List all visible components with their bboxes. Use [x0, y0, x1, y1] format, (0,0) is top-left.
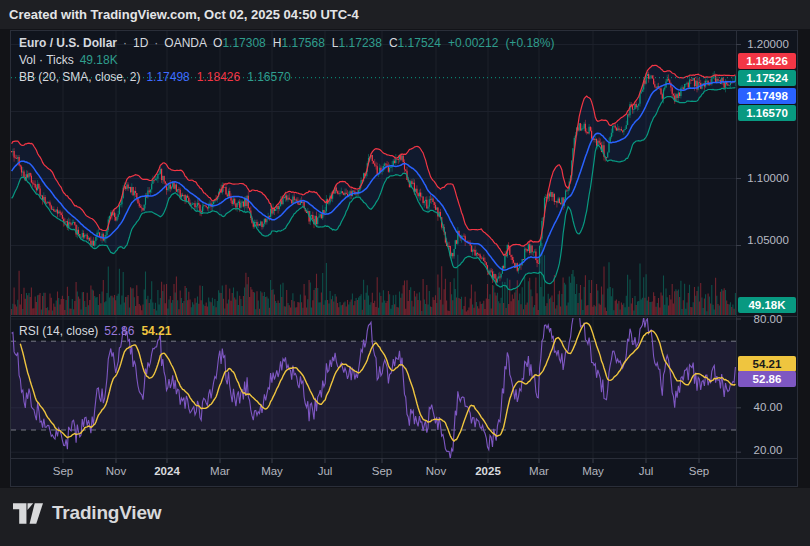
- ohlc-item: (+0.18%): [505, 36, 554, 50]
- time-axis-month-label[interactable]: May: [261, 465, 283, 477]
- ohlc-item: +0.00212: [448, 36, 498, 50]
- rsi-badge: 54.21: [738, 356, 796, 372]
- separator-dot: ·: [154, 36, 158, 50]
- rsi-axis-label: 20.00: [740, 444, 796, 456]
- ohlc-item: C1.17524: [389, 36, 441, 50]
- ohlc-item: L1.17238: [332, 36, 382, 50]
- tradingview-logo-icon: [13, 503, 43, 524]
- price-badge: 1.17498: [738, 88, 796, 104]
- volume-badge: 49.18K: [738, 297, 796, 313]
- volume-value: 49.18K: [80, 53, 118, 67]
- exchange-label: OANDA: [164, 36, 207, 50]
- symbol-title: Euro / U.S. Dollar: [19, 36, 117, 50]
- rsi-axis-label: 40.00: [740, 401, 796, 413]
- rsi-label: RSI (14, close): [19, 324, 98, 338]
- symbol-legend-row: Euro / U.S. Dollar · 1D · OANDA O1.17308…: [19, 34, 554, 51]
- bollinger-values: 1.174981.184261.16570: [146, 70, 290, 84]
- attribution-bar: Created with TradingView.com, Oct 02, 20…: [0, 0, 810, 29]
- rsi-value: 54.21: [141, 324, 171, 338]
- tradingview-snapshot: Created with TradingView.com, Oct 02, 20…: [0, 0, 810, 546]
- volume-legend-row: Vol · Ticks 49.18K: [19, 51, 554, 68]
- volume-label: Vol · Ticks: [19, 53, 74, 67]
- price-axis-label: 1.10000: [740, 172, 796, 184]
- time-axis-month-label[interactable]: Sep: [53, 465, 73, 477]
- price-axis-label: 1.05000: [740, 234, 796, 246]
- bollinger-value: 1.16570: [247, 70, 290, 84]
- rsi-legend: RSI (14, close) 52.8654.21: [19, 322, 171, 339]
- bollinger-value: 1.17498: [146, 70, 189, 84]
- time-axis-year-label[interactable]: 2025: [475, 465, 501, 477]
- time-axis-month-label[interactable]: Nov: [426, 465, 446, 477]
- bollinger-value: 1.18426: [197, 70, 240, 84]
- time-axis-month-label[interactable]: Mar: [529, 465, 549, 477]
- time-axis-month-label[interactable]: Sep: [372, 465, 392, 477]
- tradingview-logo-text: TradingView: [52, 502, 161, 524]
- time-axis-month-label[interactable]: Nov: [106, 465, 126, 477]
- time-axis-month-label[interactable]: May: [582, 465, 604, 477]
- attribution-text: Created with TradingView.com, Oct 02, 20…: [9, 7, 359, 22]
- rsi-values: 52.8654.21: [104, 324, 171, 338]
- time-axis-month-label[interactable]: Jul: [639, 465, 654, 477]
- time-axis-month-label[interactable]: Mar: [210, 465, 230, 477]
- price-chart-canvas[interactable]: [11, 31, 797, 486]
- bollinger-label: BB (20, SMA, close, 2): [19, 70, 140, 84]
- rsi-badge: 52.86: [738, 371, 796, 387]
- separator-dot: ·: [123, 36, 127, 50]
- tradingview-logo[interactable]: TradingView: [13, 502, 161, 524]
- interval-label: 1D: [133, 36, 148, 50]
- ohlc-item: H1.17568: [273, 36, 325, 50]
- chart-widget[interactable]: Euro / U.S. Dollar · 1D · OANDA O1.17308…: [10, 30, 798, 487]
- time-axis-month-label[interactable]: Jul: [318, 465, 333, 477]
- ohlc-values: O1.17308H1.17568L1.17238C1.17524+0.00212…: [213, 36, 554, 50]
- bollinger-legend-row: BB (20, SMA, close, 2) 1.174981.184261.1…: [19, 68, 554, 85]
- rsi-legend-row: RSI (14, close) 52.8654.21: [19, 322, 171, 339]
- time-axis-month-label[interactable]: Sep: [689, 465, 709, 477]
- rsi-value: 52.86: [104, 324, 134, 338]
- footer-bar: TradingView: [0, 488, 810, 546]
- price-badge: 1.16570: [738, 105, 796, 121]
- price-axis-label: 1.20000: [740, 38, 796, 50]
- price-badge: 1.17524: [738, 70, 796, 86]
- time-axis-year-label[interactable]: 2024: [154, 465, 180, 477]
- ohlc-item: O1.17308: [213, 36, 266, 50]
- price-badge: 1.18426: [738, 53, 796, 69]
- chart-legend: Euro / U.S. Dollar · 1D · OANDA O1.17308…: [19, 34, 554, 85]
- rsi-axis-label: 80.00: [740, 313, 796, 325]
